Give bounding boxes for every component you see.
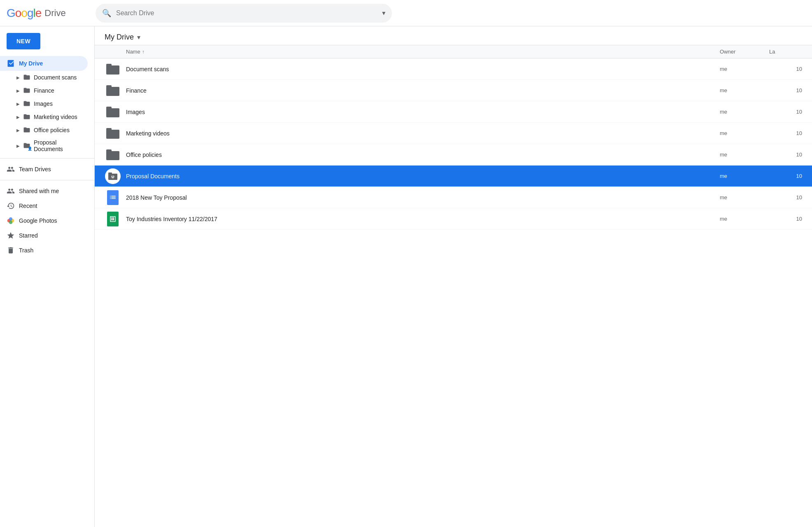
chevron-right-icon-finance: ▶ <box>16 89 20 93</box>
sidebar-item-trash[interactable]: Trash <box>0 243 88 258</box>
file-date-office: 10 <box>769 152 802 158</box>
sidebar-sub-item-proposal[interactable]: ▶ 👤 Proposal Documents <box>0 137 88 155</box>
sidebar-item-team-drives[interactable]: Team Drives <box>0 162 88 177</box>
file-list-header: Name ↑ Owner La <box>95 45 812 58</box>
main-title: My Drive <box>105 33 134 42</box>
file-row-document-scans[interactable]: Document scans me 10 <box>95 58 812 80</box>
sidebar-trash-label: Trash <box>19 247 33 254</box>
file-icon-document-scans <box>105 61 121 77</box>
sidebar-item-starred[interactable]: Starred <box>0 228 88 243</box>
file-icon-images <box>105 104 121 120</box>
svg-rect-7 <box>106 85 112 88</box>
logo-g2: g <box>27 7 33 19</box>
starred-icon <box>7 231 15 240</box>
sheets-icon-toy-inventory <box>107 212 119 226</box>
sidebar-team-drives-label: Team Drives <box>19 166 51 173</box>
file-name-marketing: Marketing videos <box>126 130 720 137</box>
file-row-toy-inventory[interactable]: Toy Industries Inventory 11/22/2017 me 1… <box>95 208 812 230</box>
file-icon-toy-proposal <box>105 189 121 206</box>
chevron-right-icon: ▶ <box>16 75 20 80</box>
file-owner-finance: me <box>720 87 769 93</box>
sidebar-sub-label-office: Office policies <box>34 127 70 133</box>
sidebar-divider-1 <box>0 158 94 159</box>
file-owner-proposal: me <box>720 173 769 179</box>
sidebar-item-google-photos[interactable]: Google Photos <box>0 213 88 228</box>
file-row-office[interactable]: Office policies me 10 <box>95 144 812 166</box>
search-bar[interactable]: 🔍 ▾ <box>96 4 392 23</box>
file-date-toy-proposal: 10 <box>769 194 802 201</box>
svg-rect-4 <box>106 65 119 75</box>
shared-folder-icon-proposal: 👤 <box>23 142 30 150</box>
file-date-marketing: 10 <box>769 130 802 136</box>
sidebar-sub-item-marketing[interactable]: ▶ Marketing videos <box>0 110 88 124</box>
title-dropdown-arrow[interactable]: ▾ <box>137 33 140 41</box>
file-name-toy-inventory: Toy Industries Inventory 11/22/2017 <box>126 216 720 222</box>
search-icon: 🔍 <box>102 9 111 18</box>
folder-icon-finance <box>23 86 30 95</box>
file-name-toy-proposal: 2018 New Toy Proposal <box>126 194 720 201</box>
svg-rect-11 <box>106 128 112 131</box>
logo-e: e <box>35 7 42 19</box>
sidebar-item-my-drive[interactable]: My Drive <box>0 56 88 71</box>
google-logo: Google <box>7 7 41 20</box>
svg-rect-13 <box>106 149 112 152</box>
sidebar-photos-label: Google Photos <box>19 217 57 224</box>
my-drive-icon <box>7 59 15 68</box>
svg-point-3 <box>9 221 12 224</box>
sidebar-my-drive-label: My Drive <box>19 60 43 67</box>
file-list: Name ↑ Owner La Document scan <box>95 45 812 527</box>
svg-rect-12 <box>106 151 119 160</box>
file-row-images[interactable]: Images me 10 <box>95 101 812 123</box>
folder-icon-office <box>23 126 30 134</box>
col-name-label: Name <box>126 49 140 55</box>
sidebar-sub-label-proposal: Proposal Documents <box>34 139 83 152</box>
google-photos-icon <box>7 217 15 225</box>
sidebar-sub-item-document-scans[interactable]: ▶ Document scans <box>0 71 88 84</box>
svg-point-2 <box>9 217 12 221</box>
logo-o2: o <box>21 7 27 19</box>
svg-rect-5 <box>106 64 112 66</box>
sidebar-sub-item-office[interactable]: ▶ Office policies <box>0 124 88 137</box>
file-owner-toy-inventory: me <box>720 216 769 222</box>
file-row-finance[interactable]: Finance me 10 <box>95 80 812 101</box>
sidebar-sub-item-finance[interactable]: ▶ Finance <box>0 84 88 97</box>
col-last-label: La <box>769 49 775 55</box>
col-owner-header[interactable]: Owner <box>720 49 769 55</box>
drive-label: Drive <box>44 8 65 19</box>
sidebar-sub-label-images: Images <box>34 100 53 107</box>
svg-rect-10 <box>106 130 119 139</box>
chevron-right-icon-proposal: ▶ <box>16 144 20 148</box>
file-owner-images: me <box>720 109 769 115</box>
sidebar-sub-label-finance: Finance <box>34 87 54 94</box>
sidebar-shared-label: Shared with me <box>19 188 59 194</box>
sidebar-sub-label-marketing: Marketing videos <box>34 114 77 120</box>
chevron-right-icon-marketing: ▶ <box>16 115 20 119</box>
header: Google Drive 🔍 ▾ <box>0 0 812 26</box>
logo-o1: o <box>15 7 21 19</box>
file-name-finance: Finance <box>126 87 720 94</box>
search-input[interactable] <box>116 9 377 17</box>
shared-with-me-icon <box>7 187 15 195</box>
search-dropdown-icon[interactable]: ▾ <box>382 9 385 17</box>
svg-point-17 <box>112 175 114 176</box>
file-date-document-scans: 10 <box>769 66 802 72</box>
col-name-header[interactable]: Name ↑ <box>105 49 720 55</box>
folder-icon-marketing <box>23 113 30 121</box>
layout: NEW My Drive ▶ Document scans ▶ Finance <box>0 26 812 527</box>
new-button[interactable]: NEW <box>7 33 40 49</box>
main-content: My Drive ▾ Name ↑ Owner La <box>95 26 812 527</box>
col-last-header[interactable]: La <box>769 49 802 55</box>
file-icon-toy-inventory <box>105 211 121 227</box>
sidebar-item-recent[interactable]: Recent <box>0 198 88 213</box>
file-row-toy-proposal[interactable]: 2018 New Toy Proposal me 10 <box>95 187 812 208</box>
sidebar-sub-item-images[interactable]: ▶ Images <box>0 97 88 110</box>
file-date-toy-inventory: 10 <box>769 216 802 222</box>
folder-icon-images <box>23 100 30 108</box>
file-row-proposal[interactable]: Proposal Documents me 10 <box>95 166 812 187</box>
file-owner-office: me <box>720 152 769 158</box>
sidebar-item-shared-with-me[interactable]: Shared with me <box>0 184 88 198</box>
file-owner-toy-proposal: me <box>720 194 769 201</box>
file-icon-office <box>105 147 121 163</box>
file-row-marketing[interactable]: Marketing videos me 10 <box>95 123 812 144</box>
logo-g: G <box>7 7 15 19</box>
